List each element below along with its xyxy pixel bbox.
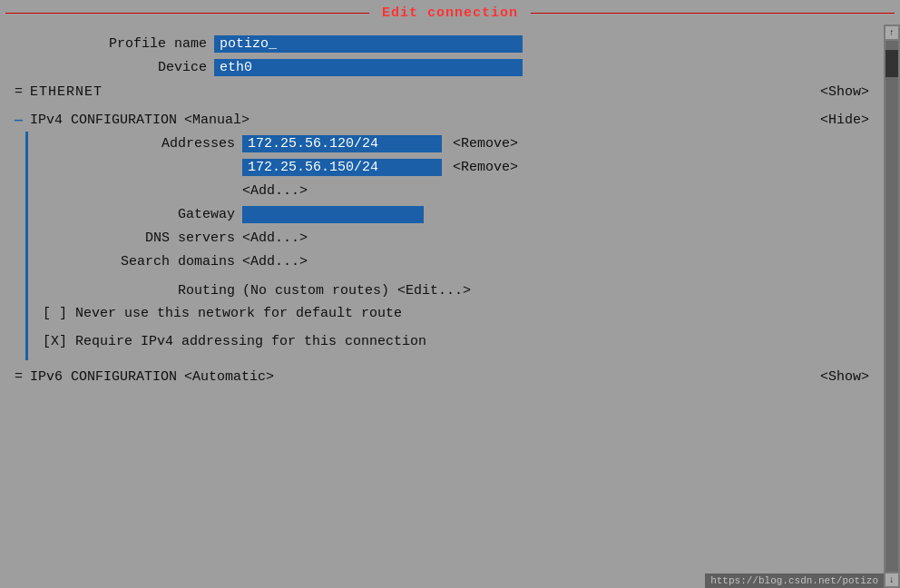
ipv4-bar-indicator: — — [15, 113, 23, 128]
ipv4-section-body: Addresses 172.25.56.120/24 <Remove> 172.… — [25, 132, 884, 360]
routing-row: Routing (No custom routes) <Edit...> — [28, 279, 884, 302]
window: Edit connection Profile name potizo_ Dev… — [0, 0, 900, 588]
add-address-row: <Add...> — [28, 179, 884, 202]
ipv6-header-row: = IPv6 CONFIGURATION <Automatic> <Show> — [0, 366, 884, 388]
profile-name-label: Profile name — [15, 36, 214, 52]
ipv4-header-row: — IPv4 CONFIGURATION <Manual> <Hide> — [0, 109, 884, 132]
routing-label: Routing — [43, 283, 242, 299]
ipv6-mode[interactable]: <Automatic> — [184, 369, 274, 385]
spacer4 — [28, 353, 884, 360]
window-title: Edit connection — [375, 5, 525, 21]
device-value: eth0 — [214, 59, 869, 76]
title-bar-line-left — [5, 13, 369, 14]
search-domains-label: Search domains — [43, 254, 242, 270]
require-ipv4-checkbox[interactable]: [X] Require IPv4 addressing for this con… — [43, 334, 426, 349]
address1-remove-button[interactable]: <Remove> — [453, 136, 518, 152]
ethernet-show-button[interactable]: <Show> — [820, 84, 869, 100]
dns-label: DNS servers — [43, 230, 242, 246]
device-row: Device eth0 — [0, 55, 884, 79]
device-label: Device — [15, 60, 214, 75]
ipv4-mode[interactable]: <Manual> — [184, 113, 249, 128]
never-default-checkbox[interactable]: [ ] Never use this network for default r… — [43, 306, 402, 321]
scroll-thumb[interactable] — [885, 50, 898, 77]
address1-value[interactable]: 172.25.56.120/24 — [242, 135, 442, 152]
ipv6-config-label: IPv6 CONFIGURATION — [30, 369, 177, 385]
addresses-label: Addresses — [43, 136, 242, 152]
device-input[interactable]: eth0 — [214, 59, 523, 76]
ipv4-hide-button[interactable]: <Hide> — [820, 113, 869, 128]
ipv4-config-label: IPv4 CONFIGURATION — [30, 113, 177, 128]
ipv6-show-button[interactable]: <Show> — [820, 369, 869, 385]
profile-name-row: Profile name potizo_ — [0, 32, 884, 55]
address2-remove-button[interactable]: <Remove> — [453, 160, 518, 175]
ipv6-equals: = — [15, 369, 23, 385]
profile-name-input[interactable]: potizo_ — [214, 35, 523, 53]
add-address-button[interactable]: <Add...> — [242, 183, 308, 199]
scroll-up-button[interactable]: ↑ — [885, 26, 898, 39]
profile-name-value: potizo_ — [214, 35, 869, 53]
content-area: Profile name potizo_ Device eth0 = ETHER… — [0, 24, 900, 588]
ethernet-section-header: = ETHERNET <Show> — [0, 79, 884, 105]
title-bar-line-right — [531, 13, 895, 14]
main-panel: Profile name potizo_ Device eth0 = ETHER… — [0, 24, 884, 588]
search-domains-row: Search domains <Add...> — [28, 250, 884, 273]
never-default-row: [ ] Never use this network for default r… — [28, 302, 884, 325]
title-bar: Edit connection — [0, 0, 900, 24]
form-content: Profile name potizo_ Device eth0 = ETHER… — [0, 24, 884, 388]
scrollbar[interactable]: ↑ ↓ — [884, 24, 900, 588]
scroll-down-button[interactable]: ↓ — [885, 573, 898, 586]
dns-row: DNS servers <Add...> — [28, 226, 884, 250]
address2-row: 172.25.56.150/24 <Remove> — [28, 155, 884, 179]
routing-value[interactable]: (No custom routes) <Edit...> — [242, 283, 471, 299]
gateway-input[interactable] — [242, 206, 424, 223]
ethernet-equals: = — [15, 84, 23, 100]
address1-row: Addresses 172.25.56.120/24 <Remove> — [28, 132, 884, 155]
watermark: https://blog.csdn.net/potizo — [705, 573, 884, 588]
search-domains-add-button[interactable]: <Add...> — [242, 254, 308, 270]
require-ipv4-row: [X] Require IPv4 addressing for this con… — [28, 330, 884, 353]
scroll-track — [885, 41, 898, 572]
address2-value[interactable]: 172.25.56.150/24 — [242, 159, 442, 176]
ethernet-label: ETHERNET — [30, 84, 103, 100]
dns-add-button[interactable]: <Add...> — [242, 230, 308, 246]
gateway-row: Gateway — [28, 202, 884, 226]
gateway-label: Gateway — [43, 207, 242, 222]
